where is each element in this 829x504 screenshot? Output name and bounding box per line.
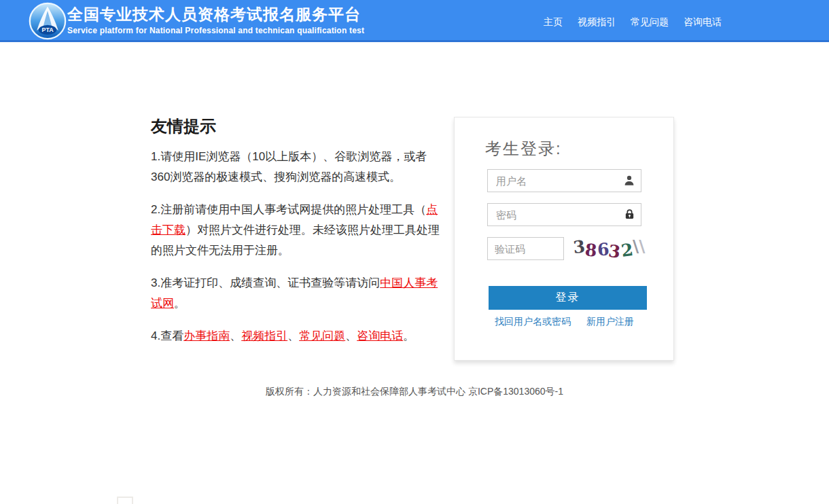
nav-video-guide[interactable]: 视频指引 — [578, 16, 616, 29]
username-input[interactable] — [487, 169, 641, 192]
lock-icon — [624, 209, 635, 220]
nav-hotline[interactable]: 咨询电话 — [684, 16, 722, 29]
faq-link[interactable]: 常见问题 — [299, 329, 345, 342]
service-guide-link[interactable]: 办事指南 — [183, 329, 230, 342]
login-button[interactable]: 登录 — [489, 286, 647, 310]
video-guide-link[interactable]: 视频指引 — [241, 329, 287, 342]
tip4-text-pre: 4.查看 — [151, 329, 183, 342]
tip4-text-post: 。 — [403, 329, 414, 342]
tips-section: 友情提示 1.请使用IE浏览器（10以上版本）、谷歌浏览器，或者360浏览器的极… — [151, 115, 442, 359]
page: PTA 全国专业技术人员资格考试报名服务平台 Service platform … — [0, 0, 829, 504]
tip3-text-pre: 3.准考证打印、成绩查询、证书查验等请访问 — [151, 276, 380, 289]
login-panel: 考生登录: 38632\\ 登录 找回用户名或密码 新用户注册 — [454, 117, 674, 361]
captcha-image[interactable]: 38632\\ — [574, 237, 643, 262]
header-titles: 全国专业技术人员资格考试报名服务平台 Service platform for … — [67, 5, 364, 35]
forgot-credentials-link[interactable]: 找回用户名或密码 — [495, 316, 571, 328]
password-input[interactable] — [487, 203, 641, 226]
tip4-sep: 、 — [230, 329, 241, 342]
logo-text: PTA — [41, 26, 54, 33]
register-link[interactable]: 新用户注册 — [586, 316, 634, 328]
login-heading: 考生登录: — [485, 138, 562, 160]
captcha-input[interactable] — [487, 237, 564, 260]
nav-home[interactable]: 主页 — [544, 16, 563, 29]
tip-item-4: 4.查看办事指南、视频指引、常见问题、咨询电话。 — [151, 326, 442, 346]
captcha-field-wrap — [487, 237, 564, 260]
username-field-wrap — [487, 169, 641, 192]
pta-logo-icon: PTA — [29, 2, 67, 40]
header: PTA 全国专业技术人员资格考试报名服务平台 Service platform … — [0, 0, 829, 42]
tip4-sep: 、 — [287, 329, 299, 342]
tip2-text-pre: 2.注册前请使用中国人事考试网提供的照片处理工具（ — [151, 203, 426, 216]
tip1-text: 1.请使用IE浏览器（10以上版本）、谷歌浏览器，或者360浏览器的极速模式、搜… — [151, 150, 427, 183]
nav-faq[interactable]: 常见问题 — [631, 16, 669, 29]
tip4-sep: 、 — [345, 329, 357, 342]
tip-item-2: 2.注册前请使用中国人事考试网提供的照片处理工具（点击下载）对照片文件进行处理。… — [151, 200, 442, 261]
password-field-wrap — [487, 203, 641, 226]
header-nav: 主页 视频指引 常见问题 咨询电话 — [544, 16, 722, 29]
tips-heading: 友情提示 — [151, 115, 442, 137]
tip2-text-post: ）对照片文件进行处理。未经该照片处理工具处理的照片文件无法用于注册。 — [151, 223, 440, 257]
user-icon — [623, 175, 635, 187]
tip-item-3: 3.准考证打印、成绩查询、证书查验等请访问中国人事考试网。 — [151, 273, 442, 314]
footer-copyright: 版权所有：人力资源和社会保障部人事考试中心 京ICP备13013060号-1 — [0, 386, 829, 398]
partial-artifact — [117, 497, 133, 504]
hotline-link[interactable]: 咨询电话 — [357, 329, 403, 342]
tip3-text-post: 。 — [174, 297, 186, 310]
site-title: 全国专业技术人员资格考试报名服务平台 — [67, 5, 364, 24]
tip-item-1: 1.请使用IE浏览器（10以上版本）、谷歌浏览器，或者360浏览器的极速模式、搜… — [151, 147, 442, 187]
site-subtitle: Service platform for National Profession… — [67, 26, 364, 35]
